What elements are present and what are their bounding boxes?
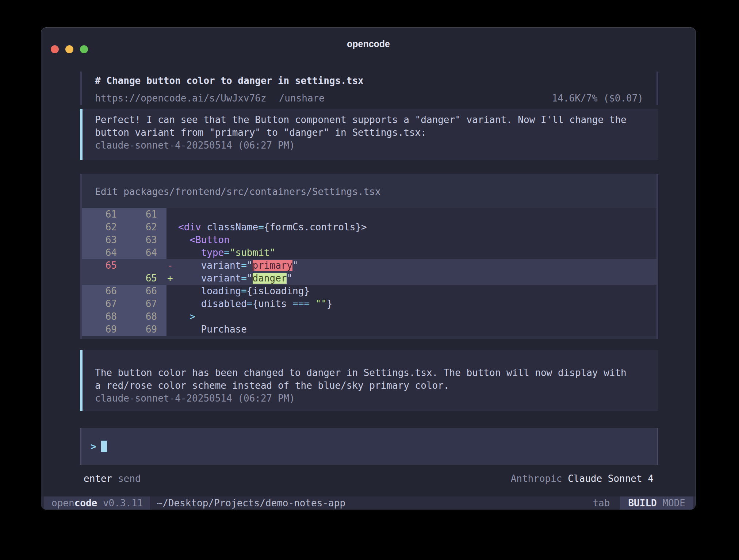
code-line: variant="danger" — [178, 272, 656, 285]
diff-row-context: 6363 <Button — [82, 234, 656, 246]
old-line-number: 67 — [82, 298, 126, 310]
send-hint-label: send — [118, 473, 141, 484]
edit-tool-title: Edit packages/frontend/src/containers/Se… — [82, 174, 656, 198]
send-hint: enter send — [84, 472, 141, 485]
session-title: # Change button color to danger in setti… — [95, 74, 643, 87]
message-model-meta: claude-sonnet-4-20250514 (06:27 PM) — [95, 139, 658, 152]
text-cursor — [101, 441, 107, 452]
app-name-open: open — [51, 498, 74, 509]
context-stats: 14.6K/7% ($0.07) — [552, 92, 643, 105]
edit-tool-card: Edit packages/frontend/src/containers/Se… — [80, 174, 658, 339]
diff-row-removed: 65- variant="primary" — [82, 259, 656, 272]
new-line-number: 67 — [126, 298, 166, 310]
message-text: The button color has been changed to dan… — [95, 367, 658, 392]
provider-label: Anthropic — [511, 473, 562, 484]
old-line-number: 64 — [82, 246, 126, 259]
diff-marker — [166, 310, 178, 323]
old-line-number: 62 — [82, 221, 126, 234]
new-line-number: 63 — [126, 234, 166, 246]
share-url-link[interactable]: https://opencode.ai/s/UwJxv76z — [95, 92, 267, 105]
unshare-command-hint[interactable]: /unshare — [279, 92, 325, 105]
prompt-input[interactable]: > — [80, 428, 658, 465]
code-line: loading={isLoading} — [178, 285, 656, 298]
window-title: opencode — [41, 37, 696, 50]
app-version: v0.3.11 — [103, 498, 143, 509]
code-line — [178, 208, 656, 221]
old-line-number: 66 — [82, 285, 126, 298]
diff-marker: - — [166, 259, 178, 272]
diff-marker — [166, 298, 178, 310]
old-line-number: 69 — [82, 323, 126, 336]
model-label: Claude Sonnet 4 — [568, 473, 654, 484]
code-line: <div className={formCs.controls}> — [178, 221, 656, 234]
diff-row-context: 6767 disabled={units === ""} — [82, 298, 656, 310]
opencode-window: opencode # Change button color to danger… — [41, 27, 696, 509]
code-line: > — [178, 310, 656, 323]
footer-hints: enter send Anthropic Claude Sonnet 4 — [84, 472, 654, 485]
diff-row-context: 6464 type="submit" — [82, 246, 656, 259]
new-line-number: 61 — [126, 208, 166, 221]
message-model-meta: claude-sonnet-4-20250514 (06:27 PM) — [95, 392, 658, 405]
diff-row-added: 65+ variant="danger" — [82, 272, 656, 285]
new-line-number: 68 — [126, 310, 166, 323]
diff-marker — [166, 285, 178, 298]
diff-row-context: 6161 — [82, 208, 656, 221]
diff-row-context: 6969 Purchase — [82, 323, 656, 336]
diff-marker — [166, 208, 178, 221]
code-line: Purchase — [178, 323, 656, 336]
old-line-number: 63 — [82, 234, 126, 246]
old-line-number — [82, 272, 126, 285]
code-line: <Button — [178, 234, 656, 246]
tab-key-hint: tab — [593, 496, 610, 510]
diff-row-context: 6262<div className={formCs.controls}> — [82, 221, 656, 234]
new-line-number — [126, 259, 166, 272]
app-name-code: code — [74, 498, 97, 509]
new-line-number: 66 — [126, 285, 166, 298]
diff-marker: + — [166, 272, 178, 285]
code-line: disabled={units === ""} — [178, 298, 656, 310]
old-line-number: 61 — [82, 208, 126, 221]
diff-marker — [166, 323, 178, 336]
diff-row-context: 6666 loading={isLoading} — [82, 285, 656, 298]
assistant-message: The button color has been changed to dan… — [80, 350, 658, 411]
new-line-number: 64 — [126, 246, 166, 259]
diff-marker — [166, 234, 178, 246]
diff-row-context: 6868 > — [82, 310, 656, 323]
code-line: type="submit" — [178, 246, 656, 259]
model-indicator: Anthropic Claude Sonnet 4 — [511, 472, 654, 485]
mode-name: BUILD — [628, 498, 656, 509]
code-line: variant="primary" — [178, 259, 656, 272]
assistant-message: Perfect! I can see that the Button compo… — [80, 109, 658, 160]
working-directory: ~/Desktop/Projects/demo-notes-app — [157, 496, 345, 510]
prompt-symbol: > — [91, 440, 96, 453]
session-header: # Change button color to danger in setti… — [80, 72, 658, 105]
message-text: Perfect! I can see that the Button compo… — [95, 114, 658, 139]
diff-marker — [166, 221, 178, 234]
send-hint-key: enter — [84, 473, 112, 484]
status-bar: opencode v0.3.11 ~/Desktop/Projects/demo… — [41, 496, 696, 510]
diff-table: 61616262<div className={formCs.controls}… — [82, 208, 656, 336]
mode-suffix: MODE — [662, 498, 685, 509]
new-line-number: 65 — [126, 272, 166, 285]
new-line-number: 69 — [126, 323, 166, 336]
mode-chip[interactable]: BUILD MODE — [620, 496, 693, 510]
new-line-number: 62 — [126, 221, 166, 234]
diff-marker — [166, 246, 178, 259]
old-line-number: 68 — [82, 310, 126, 323]
old-line-number: 65 — [82, 259, 126, 272]
app-version-chip: opencode v0.3.11 — [44, 496, 150, 510]
